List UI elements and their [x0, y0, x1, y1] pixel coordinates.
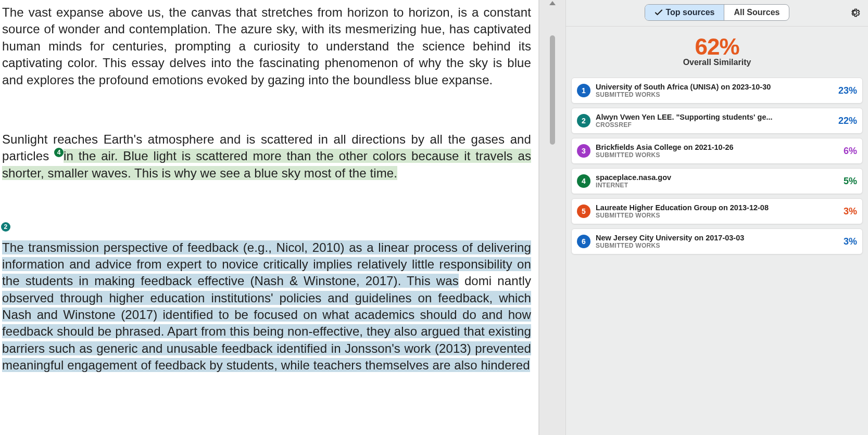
- source-subtype: CROSSREF: [596, 121, 831, 129]
- source-subtype: INTERNET: [596, 182, 836, 189]
- text-plain: domi nantly: [459, 274, 531, 288]
- source-title: Alwyn Vwen Yen LEE. "Supporting students…: [596, 113, 831, 121]
- paragraph-gap: [2, 182, 531, 222]
- source-title: spaceplace.nasa.gov: [596, 173, 836, 182]
- scrollbar-thumb[interactable]: [550, 35, 555, 145]
- similarity-panel: Top sources All Sources 62% Overall Simi…: [566, 0, 868, 435]
- source-filter-tabs: Top sources All Sources: [645, 4, 790, 21]
- check-icon: [655, 8, 663, 17]
- tab-all-sources[interactable]: All Sources: [724, 5, 789, 20]
- scroll-gutter: [539, 0, 566, 435]
- document-pane: The vast expanse above us, the canvas th…: [0, 0, 539, 435]
- inline-source-badge-2[interactable]: 2: [1, 222, 10, 232]
- source-text: University of South Africa (UNISA) on 20…: [596, 83, 831, 98]
- source-number-badge: 6: [577, 235, 590, 248]
- highlight-match-2b[interactable]: observed through higher education instit…: [2, 291, 531, 373]
- source-card[interactable]: 2Alwyn Vwen Yen LEE. "Supporting student…: [571, 108, 863, 134]
- overall-percent: 62%: [566, 34, 868, 60]
- source-subtype: SUBMITTED WORKS: [596, 151, 836, 159]
- source-number-badge: 3: [577, 144, 590, 158]
- inline-source-badge-4[interactable]: 4: [54, 148, 64, 157]
- source-text: Alwyn Vwen Yen LEE. "Supporting students…: [596, 113, 831, 129]
- source-title: University of South Africa (UNISA) on 20…: [596, 83, 831, 91]
- source-card[interactable]: 1University of South Africa (UNISA) on 2…: [571, 78, 863, 104]
- document-body: The vast expanse above us, the canvas th…: [0, 0, 538, 374]
- source-percent: 3%: [841, 206, 857, 217]
- source-subtype: SUBMITTED WORKS: [596, 91, 831, 98]
- source-percent: 22%: [836, 116, 857, 126]
- source-card[interactable]: 6New Jersey City University on 2017-03-0…: [571, 228, 863, 254]
- source-subtype: SUBMITTED WORKS: [596, 242, 836, 249]
- paragraph-intro: The vast expanse above us, the canvas th…: [2, 4, 531, 88]
- source-number-badge: 1: [577, 84, 590, 97]
- highlight-match-4[interactable]: in the air. Blue light is scattered more…: [2, 149, 531, 180]
- gear-icon: [849, 7, 861, 18]
- source-percent: 23%: [836, 85, 857, 96]
- source-text: spaceplace.nasa.govINTERNET: [596, 173, 836, 189]
- settings-button[interactable]: [849, 7, 861, 18]
- source-title: New Jersey City University on 2017-03-03: [596, 234, 836, 242]
- source-percent: 6%: [841, 146, 857, 157]
- source-subtype: SUBMITTED WORKS: [596, 212, 836, 219]
- paragraph-gap: [2, 88, 531, 131]
- source-title: Brickfields Asia College on 2021-10-26: [596, 143, 836, 151]
- source-number-badge: 4: [577, 174, 590, 188]
- highlight-match-2a[interactable]: The transmission perspective of feedback…: [2, 240, 531, 288]
- panel-topbar: Top sources All Sources: [566, 0, 868, 27]
- source-percent: 5%: [841, 176, 857, 187]
- source-text: Brickfields Asia College on 2021-10-26SU…: [596, 143, 836, 159]
- source-card[interactable]: 4spaceplace.nasa.govINTERNET5%: [571, 168, 863, 194]
- paragraph-feedback: 2 The transmission perspective of feedba…: [2, 222, 531, 374]
- source-card[interactable]: 5Laureate Higher Education Group on 2013…: [571, 198, 863, 224]
- tab-top-sources[interactable]: Top sources: [645, 5, 724, 20]
- source-title: Laureate Higher Education Group on 2013-…: [596, 203, 836, 212]
- source-percent: 3%: [841, 236, 857, 247]
- tab-label: All Sources: [734, 8, 779, 17]
- source-list: 1University of South Africa (UNISA) on 2…: [566, 70, 868, 254]
- tab-label: Top sources: [666, 8, 715, 17]
- source-number-badge: 5: [577, 204, 590, 218]
- overall-label: Overall Similarity: [566, 58, 868, 67]
- source-card[interactable]: 3Brickfields Asia College on 2021-10-26S…: [571, 138, 863, 164]
- scroll-up-icon[interactable]: [549, 1, 556, 5]
- overall-score: 62% Overall Similarity: [566, 27, 868, 70]
- source-number-badge: 2: [577, 114, 590, 127]
- source-text: Laureate Higher Education Group on 2013-…: [596, 203, 836, 219]
- source-text: New Jersey City University on 2017-03-03…: [596, 234, 836, 249]
- paragraph-science: Sunlight reaches Earth's atmosphere and …: [2, 131, 531, 182]
